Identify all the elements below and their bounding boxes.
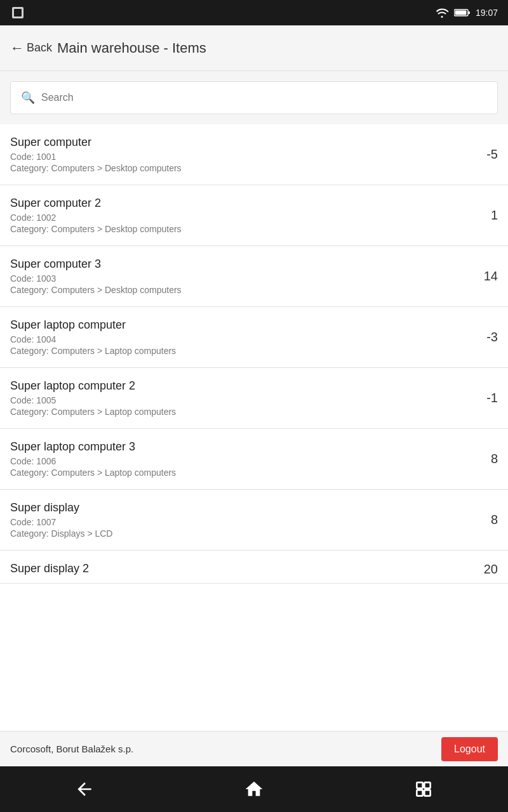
item-quantity: 8 — [472, 452, 498, 466]
page-title: Main warehouse - Items — [57, 40, 206, 56]
item-name: Super laptop computer — [10, 318, 472, 332]
battery-icon — [454, 8, 471, 17]
list-item[interactable]: Super display Code: 1007 Category: Displ… — [0, 490, 508, 551]
item-code: Code: 1007 — [10, 517, 472, 527]
bottom-nav — [0, 766, 508, 812]
item-category: Category: Computers > Desktop computers — [10, 224, 472, 234]
item-info: Super computer Code: 1001 Category: Comp… — [10, 136, 472, 173]
item-quantity: 8 — [472, 513, 498, 527]
item-info: Super laptop computer 2 Code: 1005 Categ… — [10, 379, 472, 417]
search-box: 🔍 — [10, 81, 498, 114]
list-item[interactable]: Super laptop computer Code: 1004 Categor… — [0, 307, 508, 368]
item-name: Super laptop computer 2 — [10, 379, 472, 393]
svg-rect-6 — [424, 782, 430, 788]
search-container: 🔍 — [0, 71, 508, 119]
item-category: Category: Displays > LCD — [10, 528, 472, 539]
item-info: Super laptop computer Code: 1004 Categor… — [10, 318, 472, 356]
status-bar-right: 19:07 — [435, 8, 498, 18]
item-quantity: 14 — [472, 269, 498, 284]
search-input[interactable] — [41, 92, 487, 103]
svg-rect-3 — [455, 11, 466, 15]
header: ← Back Main warehouse - Items — [0, 25, 508, 71]
item-name: Super display — [10, 501, 472, 514]
list-item[interactable]: Super laptop computer 3 Code: 1006 Categ… — [0, 429, 508, 490]
item-code: Code: 1005 — [10, 395, 472, 405]
back-arrow-icon: ← — [10, 40, 24, 56]
item-category: Category: Computers > Desktop computers — [10, 285, 472, 295]
item-info: Super computer 2 Code: 1002 Category: Co… — [10, 197, 472, 234]
back-label: Back — [27, 41, 52, 55]
wifi-icon — [435, 8, 449, 18]
list-item[interactable]: Super computer 3 Code: 1003 Category: Co… — [0, 246, 508, 307]
list-item[interactable]: Super laptop computer 2 Code: 1005 Categ… — [0, 368, 508, 429]
back-button[interactable]: ← Back — [10, 40, 52, 56]
item-category: Category: Computers > Desktop computers — [10, 163, 472, 173]
status-bar-left — [10, 5, 25, 20]
list-item-partial[interactable]: Super display 2 20 — [0, 551, 508, 584]
item-name: Super display 2 — [10, 562, 472, 575]
home-nav-button[interactable] — [235, 770, 273, 808]
item-code: Code: 1003 — [10, 273, 472, 284]
item-category: Category: Computers > Laptop computers — [10, 346, 472, 356]
item-code: Code: 1001 — [10, 152, 472, 162]
item-info: Super display Code: 1007 Category: Displ… — [10, 501, 472, 539]
item-info: Super laptop computer 3 Code: 1006 Categ… — [10, 440, 472, 478]
logout-button[interactable]: Logout — [441, 737, 498, 761]
footer-bar: Corcosoft, Borut Balažek s.p. Logout — [0, 731, 508, 766]
item-quantity: -1 — [472, 391, 498, 405]
recents-nav-button[interactable] — [404, 770, 443, 808]
svg-rect-5 — [417, 782, 422, 788]
back-nav-icon — [74, 779, 95, 799]
item-quantity: 20 — [472, 562, 498, 577]
item-info: Super display 2 — [10, 562, 472, 578]
list-item[interactable]: Super computer Code: 1001 Category: Comp… — [0, 124, 508, 185]
item-quantity: -3 — [472, 330, 498, 344]
back-nav-button[interactable] — [65, 770, 104, 808]
app-icon — [10, 5, 25, 20]
item-name: Super computer — [10, 136, 472, 149]
item-info: Super computer 3 Code: 1003 Category: Co… — [10, 258, 472, 295]
item-code: Code: 1004 — [10, 334, 472, 344]
item-quantity: -5 — [472, 147, 498, 162]
item-category: Category: Computers > Laptop computers — [10, 407, 472, 417]
svg-rect-8 — [424, 790, 430, 796]
item-name: Super computer 3 — [10, 258, 472, 271]
item-quantity: 1 — [472, 208, 498, 223]
item-code: Code: 1006 — [10, 456, 472, 466]
svg-rect-4 — [468, 11, 470, 14]
time-display: 19:07 — [476, 8, 498, 18]
svg-rect-1 — [14, 9, 22, 16]
home-nav-icon — [244, 779, 264, 799]
list-item[interactable]: Super computer 2 Code: 1002 Category: Co… — [0, 185, 508, 246]
search-icon: 🔍 — [21, 91, 35, 105]
item-name: Super laptop computer 3 — [10, 440, 472, 454]
company-name: Corcosoft, Borut Balažek s.p. — [10, 743, 133, 754]
item-name: Super computer 2 — [10, 197, 472, 210]
item-code: Code: 1002 — [10, 213, 472, 223]
svg-rect-7 — [417, 790, 422, 796]
recents-nav-icon — [413, 779, 434, 799]
item-category: Category: Computers > Laptop computers — [10, 468, 472, 478]
status-bar: 19:07 — [0, 0, 508, 25]
items-list: Super computer Code: 1001 Category: Comp… — [0, 124, 508, 731]
